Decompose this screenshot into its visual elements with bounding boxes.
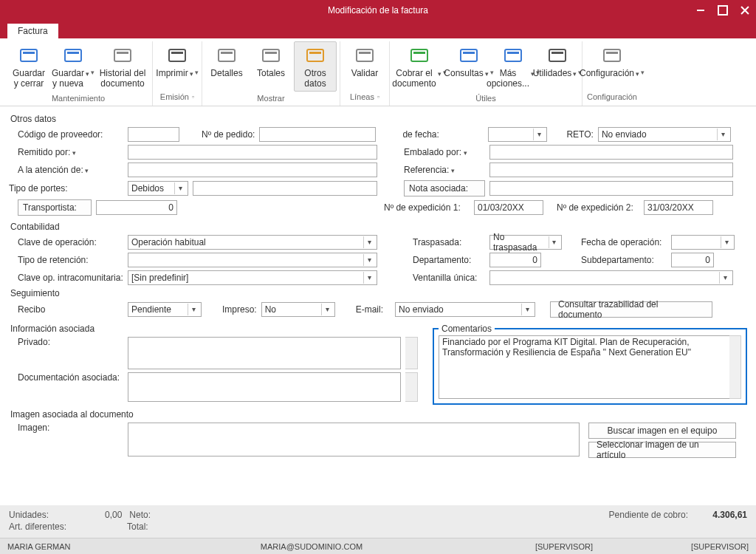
input-referencia[interactable] bbox=[489, 163, 733, 177]
ribbon-history-button[interactable]: Historial del documento bbox=[96, 41, 149, 92]
ribbon-save-close-button[interactable]: Guardar y cerrar bbox=[7, 41, 50, 92]
validate-icon bbox=[353, 45, 377, 67]
label-tipo-portes: Tipo de portes: bbox=[9, 183, 123, 194]
input-atencion[interactable] bbox=[128, 163, 377, 177]
label-referencia[interactable]: Referencia: bbox=[404, 165, 485, 175]
tab-factura[interactable]: Factura bbox=[7, 24, 58, 38]
label-expedicion-1: Nº de expedición 1: bbox=[384, 202, 470, 213]
input-nota[interactable] bbox=[489, 181, 733, 196]
label-fecha-operacion: Fecha de operación: bbox=[581, 237, 667, 247]
svg-rect-4 bbox=[114, 49, 131, 61]
chevron-down-icon: ▾ bbox=[533, 129, 545, 140]
label-impreso: Impreso: bbox=[222, 304, 257, 315]
minimize-button[interactable] bbox=[690, 0, 712, 21]
textarea-doc-asociada[interactable] bbox=[128, 372, 401, 402]
textarea-comentarios[interactable] bbox=[439, 335, 729, 399]
select-recibo[interactable]: Pendiente▾ bbox=[128, 302, 202, 317]
ribbon-other-data-button[interactable]: Otros datos bbox=[294, 41, 337, 92]
history-icon bbox=[111, 45, 134, 67]
label-art-diferentes: Art. diferentes: bbox=[9, 521, 127, 532]
dialog-launcher-icon[interactable]: ▫ bbox=[377, 93, 379, 100]
input-n-pedido[interactable] bbox=[259, 127, 376, 142]
section-title-info: Información asociada bbox=[10, 324, 422, 334]
select-impreso[interactable]: No▾ bbox=[261, 302, 335, 317]
select-ventanilla[interactable]: ▾ bbox=[489, 270, 733, 285]
input-departamento[interactable] bbox=[489, 253, 541, 267]
input-expedicion-1[interactable] bbox=[474, 200, 543, 215]
ribbon-collect-button[interactable]: Cobrar el documento bbox=[393, 41, 446, 92]
label-clave-operacion: Clave de operación: bbox=[9, 237, 123, 247]
svg-rect-25 bbox=[606, 52, 618, 54]
svg-rect-18 bbox=[461, 49, 477, 61]
ribbon-validate-button[interactable]: Validar bbox=[343, 41, 386, 90]
select-de-fecha[interactable]: ▾ bbox=[488, 127, 547, 142]
save-new-icon bbox=[61, 45, 85, 67]
ribbon-totals-button[interactable]: Totales bbox=[250, 41, 292, 92]
input-subdepartamento[interactable] bbox=[671, 253, 714, 267]
button-consultar-trazabilidad[interactable]: Consultar trazabilidad del documento bbox=[550, 301, 712, 318]
print-icon bbox=[165, 45, 189, 67]
scrollbar[interactable] bbox=[405, 372, 418, 402]
maximize-button[interactable] bbox=[712, 0, 734, 21]
chevron-down-icon: ▾ bbox=[721, 236, 732, 248]
ribbon-details-button[interactable]: Detalles bbox=[205, 41, 248, 92]
select-traspasada[interactable]: No traspasada▾ bbox=[489, 235, 562, 250]
ribbon-save-new-button[interactable]: Guardar y nueva bbox=[52, 41, 94, 92]
ribbon-group: DetallesTotalesOtros datosMostrar bbox=[202, 41, 340, 106]
window-title: Modificación de la factura bbox=[328, 5, 428, 16]
scrollbar[interactable] bbox=[405, 337, 418, 369]
ribbon-config-button[interactable]: Configuración bbox=[585, 41, 639, 90]
scrollbar[interactable] bbox=[729, 335, 741, 399]
label-traspasada: Traspasada: bbox=[413, 237, 485, 247]
close-button[interactable] bbox=[734, 0, 756, 21]
svg-rect-9 bbox=[221, 52, 233, 54]
svg-rect-22 bbox=[549, 49, 566, 61]
config-icon bbox=[600, 45, 624, 67]
form-body: Otros datos Código de proveedor: Nº de p… bbox=[0, 106, 756, 458]
select-fecha-operacion[interactable]: ▾ bbox=[671, 235, 735, 250]
status-user: MARIA GERMAN bbox=[7, 542, 111, 551]
status-role-2: [SUPERVISOR] bbox=[645, 542, 749, 551]
ribbon-print-button[interactable]: Imprimir bbox=[156, 41, 199, 90]
chevron-down-icon: ▾ bbox=[363, 272, 375, 284]
button-buscar-imagen[interactable]: Buscar imagen en el equipo bbox=[588, 423, 736, 439]
input-remitido[interactable] bbox=[128, 145, 377, 160]
label-tipo-retencion: Tipo de retención: bbox=[9, 255, 123, 265]
select-tipo-retencion[interactable]: ▾ bbox=[128, 253, 377, 267]
input-codigo-proveedor[interactable] bbox=[128, 127, 179, 142]
select-reto[interactable]: No enviado▾ bbox=[598, 127, 731, 142]
section-title-seguimiento: Seguimiento bbox=[10, 288, 747, 298]
label-pendiente: Pendiente de cobro: bbox=[540, 510, 688, 520]
ribbon-more-button[interactable]: Más opciones... bbox=[492, 41, 535, 92]
button-seleccionar-imagen[interactable]: Seleccionar imagen de un artículo bbox=[588, 442, 736, 458]
select-email[interactable]: No enviado▾ bbox=[395, 302, 535, 317]
label-imagen: Imagen: bbox=[9, 423, 123, 433]
input-portes-extra[interactable] bbox=[193, 181, 377, 196]
label-privado: Privado: bbox=[9, 337, 123, 347]
ribbon-group: ConfiguraciónConfiguración bbox=[583, 41, 642, 106]
label-atencion[interactable]: A la atención de: bbox=[9, 165, 123, 175]
select-tipo-portes[interactable]: Debidos▾ bbox=[128, 181, 188, 196]
select-clave-operacion[interactable]: Operación habitual▾ bbox=[128, 235, 377, 250]
ribbon-utilities-button[interactable]: Utilidades bbox=[536, 41, 579, 92]
dialog-launcher-icon[interactable]: ▫ bbox=[192, 93, 194, 100]
textarea-privado[interactable] bbox=[128, 337, 401, 369]
other-data-icon bbox=[303, 45, 327, 67]
button-nota-asociada[interactable]: Nota asociada: bbox=[404, 180, 485, 196]
svg-rect-20 bbox=[505, 49, 521, 61]
input-embalado[interactable] bbox=[489, 145, 733, 160]
ribbon: Guardar y cerrarGuardar y nuevaHistorial… bbox=[0, 38, 756, 106]
input-transportista[interactable] bbox=[96, 200, 177, 215]
select-clave-intracom[interactable]: [Sin predefinir]▾ bbox=[128, 270, 377, 285]
svg-rect-2 bbox=[65, 49, 81, 61]
section-title-contabilidad: Contabilidad bbox=[10, 222, 747, 232]
label-remitido[interactable]: Remitido por: bbox=[9, 147, 123, 157]
chevron-down-icon: ▾ bbox=[321, 304, 333, 315]
label-embalado[interactable]: Embalado por: bbox=[404, 147, 485, 157]
svg-rect-5 bbox=[117, 52, 128, 54]
svg-rect-19 bbox=[463, 52, 475, 54]
button-transportista[interactable]: Transportista: bbox=[18, 199, 92, 216]
value-unidades: 0,00 bbox=[105, 510, 122, 520]
input-expedicion-2[interactable] bbox=[644, 200, 713, 215]
ribbon-queries-button[interactable]: Consultas bbox=[447, 41, 490, 92]
